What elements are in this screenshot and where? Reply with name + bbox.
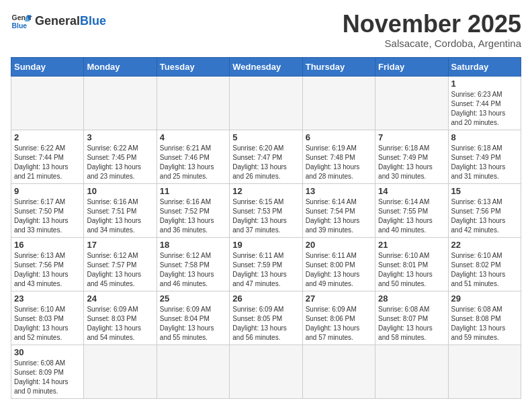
day-info: Sunrise: 6:09 AM Sunset: 8:06 PM Dayligh… (306, 305, 372, 342)
calendar-day-cell: 21Sunrise: 6:10 AM Sunset: 8:01 PM Dayli… (375, 237, 448, 291)
day-info: Sunrise: 6:09 AM Sunset: 8:04 PM Dayligh… (160, 305, 226, 342)
day-number: 24 (87, 293, 153, 304)
weekday-header-wednesday: Wednesday (230, 57, 302, 76)
day-number: 28 (378, 293, 445, 304)
calendar-day-cell: 23Sunrise: 6:10 AM Sunset: 8:03 PM Dayli… (11, 291, 84, 345)
calendar-day-cell: 3Sunrise: 6:22 AM Sunset: 7:45 PM Daylig… (84, 130, 157, 183)
day-info: Sunrise: 6:14 AM Sunset: 7:55 PM Dayligh… (378, 197, 445, 235)
calendar-day-cell: 24Sunrise: 6:09 AM Sunset: 8:03 PM Dayli… (84, 291, 157, 345)
day-info: Sunrise: 6:11 AM Sunset: 8:00 PM Dayligh… (306, 251, 372, 289)
calendar-day-cell (302, 76, 375, 130)
day-info: Sunrise: 6:10 AM Sunset: 8:02 PM Dayligh… (451, 251, 518, 289)
weekday-header-saturday: Saturday (448, 57, 521, 76)
calendar-week-row-5: 23Sunrise: 6:10 AM Sunset: 8:03 PM Dayli… (11, 291, 521, 345)
calendar-day-cell: 19Sunrise: 6:11 AM Sunset: 7:59 PM Dayli… (230, 237, 302, 291)
calendar-week-row-4: 16Sunrise: 6:13 AM Sunset: 7:56 PM Dayli… (11, 237, 521, 291)
day-info: Sunrise: 6:08 AM Sunset: 8:08 PM Dayligh… (451, 305, 518, 342)
weekday-header-row: SundayMondayTuesdayWednesdayThursdayFrid… (11, 57, 521, 76)
day-number: 22 (451, 240, 518, 250)
svg-text:Blue: Blue (12, 22, 28, 30)
day-info: Sunrise: 6:18 AM Sunset: 7:49 PM Dayligh… (451, 144, 518, 181)
day-info: Sunrise: 6:13 AM Sunset: 7:56 PM Dayligh… (14, 251, 81, 289)
logo-general: General (35, 14, 80, 28)
calendar-day-cell: 20Sunrise: 6:11 AM Sunset: 8:00 PM Dayli… (302, 237, 375, 291)
day-info: Sunrise: 6:08 AM Sunset: 8:09 PM Dayligh… (14, 359, 81, 396)
day-info: Sunrise: 6:18 AM Sunset: 7:49 PM Dayligh… (378, 144, 445, 181)
day-info: Sunrise: 6:22 AM Sunset: 7:45 PM Dayligh… (87, 144, 153, 181)
calendar-day-cell: 30Sunrise: 6:08 AM Sunset: 8:09 PM Dayli… (11, 345, 84, 398)
day-number: 1 (451, 79, 518, 89)
weekday-header-sunday: Sunday (11, 57, 84, 76)
day-info: Sunrise: 6:10 AM Sunset: 8:01 PM Dayligh… (378, 251, 445, 289)
calendar-day-cell: 15Sunrise: 6:13 AM Sunset: 7:56 PM Dayli… (448, 183, 521, 237)
calendar-day-cell: 1Sunrise: 6:23 AM Sunset: 7:44 PM Daylig… (448, 76, 521, 130)
day-info: Sunrise: 6:09 AM Sunset: 8:05 PM Dayligh… (232, 305, 299, 342)
calendar-day-cell: 29Sunrise: 6:08 AM Sunset: 8:08 PM Dayli… (448, 291, 521, 345)
weekday-header-monday: Monday (84, 57, 157, 76)
day-number: 18 (160, 240, 226, 250)
day-number: 10 (87, 186, 153, 196)
day-number: 26 (232, 293, 299, 304)
calendar-day-cell (230, 76, 302, 130)
logo: General Blue GeneralBlue (11, 11, 106, 32)
day-info: Sunrise: 6:15 AM Sunset: 7:53 PM Dayligh… (232, 197, 299, 235)
day-info: Sunrise: 6:19 AM Sunset: 7:48 PM Dayligh… (306, 144, 372, 181)
day-number: 9 (14, 186, 81, 196)
day-info: Sunrise: 6:10 AM Sunset: 8:03 PM Dayligh… (14, 305, 81, 342)
day-info: Sunrise: 6:12 AM Sunset: 7:58 PM Dayligh… (160, 251, 226, 289)
calendar-day-cell (157, 345, 229, 398)
day-info: Sunrise: 6:20 AM Sunset: 7:47 PM Dayligh… (232, 144, 299, 181)
month-title: November 2025 (343, 11, 521, 38)
day-info: Sunrise: 6:11 AM Sunset: 7:59 PM Dayligh… (232, 251, 299, 289)
calendar-table: SundayMondayTuesdayWednesdayThursdayFrid… (11, 57, 521, 399)
day-info: Sunrise: 6:16 AM Sunset: 7:51 PM Dayligh… (87, 197, 153, 235)
day-number: 6 (306, 132, 372, 142)
calendar-day-cell (11, 76, 84, 130)
calendar-week-row-1: 1Sunrise: 6:23 AM Sunset: 7:44 PM Daylig… (11, 76, 521, 130)
day-number: 14 (378, 186, 445, 196)
day-number: 15 (451, 186, 518, 196)
day-info: Sunrise: 6:17 AM Sunset: 7:50 PM Dayligh… (14, 197, 81, 235)
day-number: 25 (160, 293, 226, 304)
calendar-day-cell: 6Sunrise: 6:19 AM Sunset: 7:48 PM Daylig… (302, 130, 375, 183)
day-number: 17 (87, 240, 153, 250)
calendar-day-cell (157, 76, 229, 130)
calendar-day-cell: 28Sunrise: 6:08 AM Sunset: 8:07 PM Dayli… (375, 291, 448, 345)
day-info: Sunrise: 6:08 AM Sunset: 8:07 PM Dayligh… (378, 305, 445, 342)
day-info: Sunrise: 6:14 AM Sunset: 7:54 PM Dayligh… (306, 197, 372, 235)
calendar-day-cell (302, 345, 375, 398)
day-number: 23 (14, 293, 81, 304)
day-number: 30 (14, 347, 81, 357)
title-area: November 2025 Salsacate, Cordoba, Argent… (343, 11, 521, 49)
generalblue-logo-icon: General Blue (11, 11, 32, 32)
day-info: Sunrise: 6:09 AM Sunset: 8:03 PM Dayligh… (87, 305, 153, 342)
calendar-day-cell: 17Sunrise: 6:12 AM Sunset: 7:57 PM Dayli… (84, 237, 157, 291)
calendar-day-cell: 27Sunrise: 6:09 AM Sunset: 8:06 PM Dayli… (302, 291, 375, 345)
logo-text: GeneralBlue (35, 15, 106, 28)
calendar-day-cell (375, 345, 448, 398)
logo-blue: Blue (80, 14, 106, 28)
day-number: 29 (451, 293, 518, 304)
weekday-header-friday: Friday (375, 57, 448, 76)
calendar-day-cell (375, 76, 448, 130)
calendar-day-cell: 8Sunrise: 6:18 AM Sunset: 7:49 PM Daylig… (448, 130, 521, 183)
calendar-day-cell: 18Sunrise: 6:12 AM Sunset: 7:58 PM Dayli… (157, 237, 229, 291)
day-info: Sunrise: 6:22 AM Sunset: 7:44 PM Dayligh… (14, 144, 81, 181)
calendar-day-cell: 22Sunrise: 6:10 AM Sunset: 8:02 PM Dayli… (448, 237, 521, 291)
day-number: 20 (306, 240, 372, 250)
day-number: 11 (160, 186, 226, 196)
day-number: 5 (232, 132, 299, 142)
calendar-day-cell: 14Sunrise: 6:14 AM Sunset: 7:55 PM Dayli… (375, 183, 448, 237)
calendar-day-cell (84, 345, 157, 398)
day-info: Sunrise: 6:16 AM Sunset: 7:52 PM Dayligh… (160, 197, 226, 235)
weekday-header-thursday: Thursday (302, 57, 375, 76)
calendar-week-row-2: 2Sunrise: 6:22 AM Sunset: 7:44 PM Daylig… (11, 130, 521, 183)
day-number: 16 (14, 240, 81, 250)
calendar-day-cell: 5Sunrise: 6:20 AM Sunset: 7:47 PM Daylig… (230, 130, 302, 183)
day-number: 12 (232, 186, 299, 196)
calendar-week-row-3: 9Sunrise: 6:17 AM Sunset: 7:50 PM Daylig… (11, 183, 521, 237)
location-subtitle: Salsacate, Cordoba, Argentina (343, 38, 521, 49)
calendar-day-cell: 26Sunrise: 6:09 AM Sunset: 8:05 PM Dayli… (230, 291, 302, 345)
day-info: Sunrise: 6:23 AM Sunset: 7:44 PM Dayligh… (451, 90, 518, 128)
day-number: 2 (14, 132, 81, 142)
